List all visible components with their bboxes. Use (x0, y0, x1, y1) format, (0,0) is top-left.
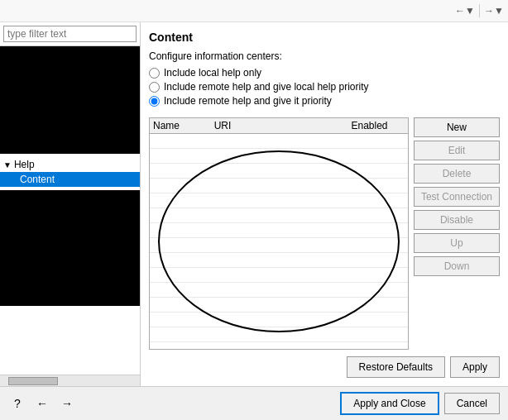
apply-close-button[interactable]: Apply and Close (340, 392, 439, 415)
sidebar-hscrollbar[interactable] (0, 375, 140, 386)
table-row (150, 313, 408, 327)
table-row (150, 238, 408, 253)
tree-collapse-icon: ▼ (3, 160, 12, 169)
restore-defaults-button[interactable]: Restore Defaults (347, 356, 445, 378)
sidebar-hscroll-thumb[interactable] (8, 377, 58, 385)
apply-button[interactable]: Apply (450, 356, 500, 378)
radio-remote-local[interactable] (149, 82, 160, 93)
radio-row-local: Include local help only (149, 67, 500, 79)
table-row (150, 298, 408, 313)
footer: ? ← → Apply and Close Cancel (0, 386, 508, 420)
table-body (150, 134, 408, 350)
table-row (150, 179, 408, 193)
table-container: Name URI Enabled (149, 117, 409, 350)
table-row (150, 268, 408, 283)
sidebar-item-content-label: Content (20, 174, 55, 185)
sidebar-item-help-label: Help (14, 159, 35, 170)
radio-remote-priority[interactable] (149, 96, 160, 107)
action-buttons-column: New Edit Delete Test Connection Disable … (414, 117, 500, 350)
sidebar-scroll-area: ▼ Help Content (0, 46, 140, 375)
table-row (150, 208, 408, 223)
main-container: ▼ Help Content Content Configure informa… (0, 22, 508, 386)
cancel-button[interactable]: Cancel (444, 393, 500, 414)
disable-button[interactable]: Disable (414, 210, 500, 230)
footer-left: ? ← → (8, 394, 76, 413)
content-panel: Content Configure information centers: I… (141, 22, 508, 386)
radio-row-remote-priority: Include remote help and give it priority (149, 95, 500, 107)
config-label: Configure information centers: (149, 50, 500, 62)
sidebar-black-top (0, 46, 140, 154)
forward-icon[interactable]: → (58, 394, 76, 413)
table-row (150, 164, 408, 179)
nav-separator (479, 4, 480, 17)
table-row (150, 193, 408, 208)
radio-row-remote-local: Include remote help and give local help … (149, 81, 500, 93)
sidebar-item-content[interactable]: Content (0, 172, 140, 187)
new-button[interactable]: New (414, 117, 500, 137)
table-row (150, 327, 408, 342)
sidebar-tree: ▼ Help Content (0, 154, 140, 190)
table-col-name: Name (153, 120, 214, 131)
nav-back-button[interactable]: ←▼ (456, 2, 474, 20)
radio-local-label: Include local help only (164, 67, 261, 79)
radio-remote-priority-label: Include remote help and give it priority (164, 95, 332, 107)
edit-button[interactable]: Edit (414, 141, 500, 160)
sidebar-black-bottom (0, 190, 140, 306)
table-row (150, 149, 408, 164)
content-bottom: Restore Defaults Apply (149, 356, 500, 378)
radio-remote-local-label: Include remote help and give local help … (164, 81, 368, 93)
sidebar-filter-input[interactable] (3, 26, 137, 42)
table-rows (150, 134, 408, 350)
sidebar: ▼ Help Content (0, 22, 141, 386)
table-row (150, 283, 408, 298)
table-col-enabled: Enabled (351, 120, 404, 131)
help-icon[interactable]: ? (8, 394, 26, 413)
up-button[interactable]: Up (414, 233, 500, 253)
radio-group: Include local help only Include remote h… (149, 67, 500, 109)
nav-forward-button[interactable]: →▼ (485, 2, 503, 20)
delete-button[interactable]: Delete (414, 164, 500, 184)
footer-right: Apply and Close Cancel (340, 392, 500, 415)
test-connection-button[interactable]: Test Connection (414, 187, 500, 207)
sidebar-filter-area (0, 22, 140, 46)
table-row (150, 342, 408, 350)
table-col-uri: URI (214, 120, 352, 131)
nav-bar: ←▼ →▼ (0, 0, 508, 22)
content-title: Content (149, 31, 500, 44)
table-buttons-row: Name URI Enabled (149, 117, 500, 350)
table-row (150, 223, 408, 238)
table-row (150, 253, 408, 268)
back-icon[interactable]: ← (33, 394, 51, 413)
table-header: Name URI Enabled (150, 118, 408, 134)
sidebar-item-help[interactable]: ▼ Help (0, 157, 140, 172)
radio-local[interactable] (149, 68, 160, 79)
table-row (150, 134, 408, 149)
down-button[interactable]: Down (414, 256, 500, 276)
